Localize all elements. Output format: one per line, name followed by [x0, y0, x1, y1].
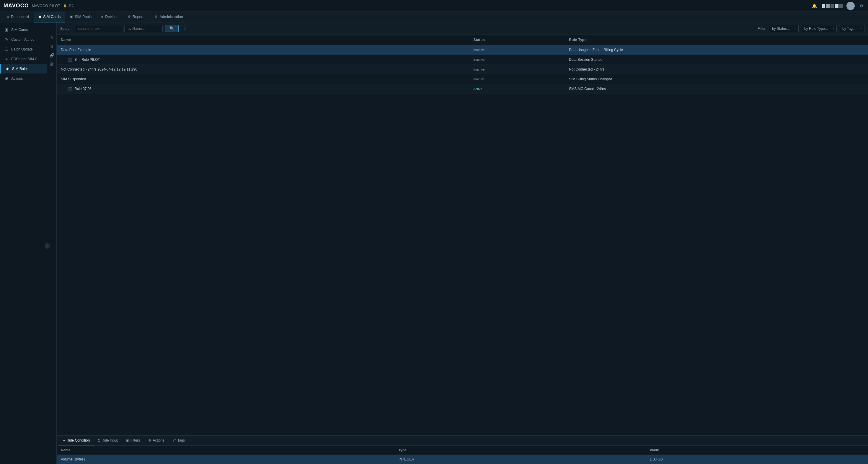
table-row[interactable]: Data Pool Example Inactive Data Usage in…: [57, 45, 868, 55]
bottom-tab-tags-label: Tags: [178, 438, 185, 442]
filter-label: Filter:: [757, 27, 767, 31]
sidebar-sim-cards-label: SIM Cards: [11, 28, 28, 32]
custom-attribu-icon: ✎: [4, 37, 9, 42]
sim-pools-icon: ▣: [70, 15, 73, 19]
table-cell-name: Not Connected - 24hrs 2024-04-12 12:19:1…: [57, 65, 469, 74]
search-input[interactable]: [75, 25, 122, 32]
bottom-cell-name: Volume (Bytes): [57, 455, 395, 464]
sidebar-item-actions[interactable]: ◉ Actions: [0, 73, 47, 83]
tab-sim-cards[interactable]: ▣ SIM Cards: [34, 12, 65, 23]
bottom-col-type: Type: [395, 446, 646, 455]
color-sq-4: [835, 4, 838, 8]
bottom-col-name: Name: [57, 446, 395, 455]
bottom-col-value: Value: [646, 446, 868, 455]
search-button[interactable]: 🔍: [165, 25, 179, 32]
bottom-tab-rule-condition[interactable]: ≡ Rule Condition: [59, 436, 94, 445]
tab-sim-pools-label: SIM Pools: [75, 15, 92, 19]
sidebar-toggle[interactable]: ‹: [44, 243, 50, 249]
actions-icon: ⚙: [148, 439, 151, 442]
tab-dashboard[interactable]: ⊞ Dashboard: [2, 12, 33, 23]
logo: MAVOCO: [4, 3, 29, 9]
bottom-table-body: Volume (Bytes) INTEGER 1.00 GB: [57, 455, 868, 464]
sidebar-item-edrs-per-sim[interactable]: ≡ EDRs per SIM C...: [0, 54, 47, 64]
sidebar-actions-label: Actions: [11, 76, 23, 81]
notification-icon[interactable]: 🔔: [811, 2, 818, 9]
bottom-panel: ≡ Rule Condition Σ Rule Input ▣ Filters …: [57, 435, 868, 464]
table-sub-cell-name: Sim Rule PILOT: [57, 55, 469, 65]
content-area: Search: 🔍 ✕ Filter: by Status... Active …: [57, 23, 868, 464]
filter-status-select[interactable]: by Status... Active Inactive: [769, 25, 799, 32]
sidebar-item-batch-update[interactable]: ☰ Batch Update: [0, 44, 47, 54]
settings-icon[interactable]: ⚙: [858, 2, 864, 9]
edit-button[interactable]: ✎: [48, 34, 56, 41]
app-name: MAVOCO PILOT: [32, 4, 60, 8]
bottom-tab-tags[interactable]: 🏷 Tags: [168, 436, 189, 445]
bottom-cell-value: 1.00 GB: [646, 455, 868, 464]
search-clear-button[interactable]: ✕: [181, 25, 189, 32]
rule-condition-icon: ≡: [63, 439, 65, 442]
color-sq-3: [831, 4, 834, 8]
bottom-tab-rule-input[interactable]: Σ Rule Input: [94, 436, 122, 445]
filter-rule-type-wrap: by Rule Type...: [801, 25, 837, 32]
color-sq-2: [826, 4, 830, 8]
filter-rule-type-select[interactable]: by Rule Type...: [801, 25, 837, 32]
delete-button[interactable]: 🗑: [48, 42, 56, 50]
bottom-cell-type: INTEGER: [395, 455, 646, 464]
sidebar-edrs-label: EDRs per SIM C...: [11, 57, 40, 61]
table-sub-cell-rule-type: SMS MO Count - 24hrs: [565, 84, 868, 94]
table-body: Data Pool Example Inactive Data Usage in…: [57, 45, 868, 94]
sidebar-item-sim-rules[interactable]: ◈ SIM Rules: [0, 64, 47, 73]
actions-sidebar-icon: ◉: [4, 76, 9, 81]
bottom-header-row: Name Type Value: [57, 446, 868, 455]
sidebar-custom-attribu-label: Custom Attribu...: [11, 37, 37, 42]
top-nav: MAVOCO MAVOCO PILOT 🔒 UTC 🔔 ⚙: [0, 0, 868, 12]
bottom-table-row[interactable]: Volume (Bytes) INTEGER 1.00 GB: [57, 455, 868, 464]
table-sub-row[interactable]: Sim Rule PILOT Inactive Data Session Sta…: [57, 55, 868, 65]
search-label: Search:: [60, 27, 72, 31]
chain-button[interactable]: ⛓: [48, 60, 56, 68]
table-container: Name Status Rule Type Data Pool Example …: [57, 35, 868, 435]
utc-badge: 🔒 UTC: [63, 4, 74, 7]
dashboard-icon: ⊞: [6, 15, 9, 19]
icon-bar: + ✎ 🗑 🔗 ⛓: [47, 23, 57, 464]
table-row[interactable]: Not Connected - 24hrs 2024-04-12 12:19:1…: [57, 65, 868, 74]
filter-tag-select[interactable]: by Tag...: [839, 25, 864, 32]
table-sub-cell-status: Inactive: [469, 55, 565, 65]
table-row[interactable]: SIM Suspended Inactive SIM Billing Statu…: [57, 74, 868, 84]
bottom-tab-filters[interactable]: ▣ Filters: [122, 436, 144, 445]
tab-dashboard-label: Dashboard: [11, 15, 29, 19]
bottom-tab-actions[interactable]: ⚙ Actions: [144, 436, 168, 445]
col-status: Status: [469, 35, 565, 45]
link-button[interactable]: 🔗: [48, 51, 56, 59]
col-name: Name: [57, 35, 469, 45]
sidebar-item-sim-cards[interactable]: ▣ SIM Cards: [0, 25, 47, 34]
top-nav-icons: 🔔 ⚙: [811, 2, 864, 10]
sim-cards-icon: ▣: [38, 15, 41, 19]
tab-reports[interactable]: ⚙ Reports: [124, 12, 150, 23]
tab-reports-label: Reports: [132, 15, 146, 19]
lock-icon: 🔒: [63, 4, 67, 7]
sim-rules-icon: ◈: [5, 66, 10, 71]
rule-input-icon: Σ: [98, 439, 100, 442]
search-by-name-input[interactable]: [124, 25, 163, 32]
logo-area: MAVOCO MAVOCO PILOT 🔒 UTC: [4, 3, 74, 9]
color-sq-1: [822, 4, 825, 8]
table-header-row: Name Status Rule Type: [57, 35, 868, 45]
sim-cards-sidebar-icon: ▣: [4, 27, 9, 32]
table-sub-row[interactable]: Rule 07.06 Active SMS MO Count - 24hrs: [57, 84, 868, 94]
sidebar-item-custom-attribu[interactable]: ✎ Custom Attribu...: [0, 34, 47, 44]
sidebar-sim-rules-label: SIM Rules: [12, 67, 28, 71]
table-sub-cell-name: Rule 07.06: [57, 84, 469, 94]
add-button[interactable]: +: [48, 25, 56, 32]
avatar[interactable]: [846, 2, 855, 10]
tab-administration[interactable]: ⚙ Administration: [151, 12, 187, 23]
tab-sim-pools[interactable]: ▣ SIM Pools: [66, 12, 96, 23]
table-cell-status: Inactive: [469, 74, 565, 84]
table-sub-cell-rule-type: Data Session Started: [565, 55, 868, 65]
reports-icon: ⚙: [128, 15, 131, 19]
tab-sim-cards-label: SIM Cards: [43, 15, 61, 19]
color-sq-5: [839, 4, 843, 8]
tab-devices[interactable]: ◈ Devices: [97, 12, 122, 23]
table-cell-name: SIM Suspended: [57, 74, 469, 84]
devices-icon: ◈: [101, 15, 103, 19]
